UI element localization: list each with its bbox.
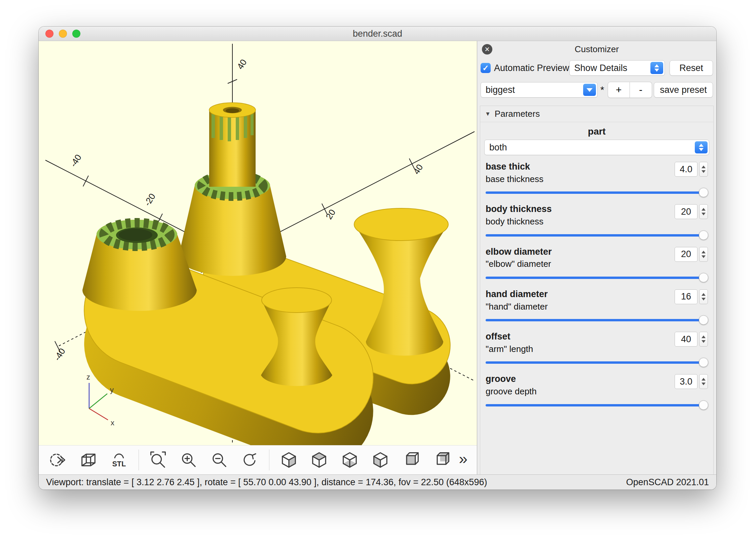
axis-indicator [89, 383, 108, 420]
param-desc: "arm" length [486, 344, 675, 355]
view-front-icon [400, 450, 422, 470]
view-back-button[interactable] [428, 448, 455, 472]
minimize-window-button[interactable] [59, 30, 67, 38]
close-window-button[interactable] [45, 30, 53, 38]
param-slider[interactable] [486, 315, 708, 325]
param-desc: groove depth [486, 386, 675, 397]
parameters-section-header[interactable]: ▼ Parameters [480, 106, 713, 122]
part-group-label: part [480, 126, 713, 137]
customizer-panel: × Customizer ✓ Automatic Preview Show De… [477, 41, 716, 474]
slider-handle[interactable] [699, 315, 708, 325]
part-select[interactable]: both [484, 140, 709, 155]
slider-handle[interactable] [699, 358, 708, 367]
reset-view-button[interactable] [236, 448, 263, 472]
param-value-input[interactable]: 40 [675, 332, 697, 347]
param-value-input[interactable]: 20 [675, 247, 697, 262]
traffic-lights [45, 27, 80, 41]
view-front-button[interactable] [398, 448, 424, 472]
slider-track [486, 404, 708, 406]
select-stepper-icon [695, 141, 708, 153]
view-left-button[interactable] [367, 448, 394, 472]
slider-handle[interactable] [699, 230, 708, 240]
view-back-icon [431, 450, 452, 470]
slider-handle[interactable] [699, 273, 708, 282]
perspective-cube-icon [78, 450, 99, 470]
param-groove: groove groove depth 3.0 [486, 373, 708, 410]
param-name: offset [486, 331, 675, 343]
y-axis-tick-label: -40 [68, 152, 83, 169]
param-slider[interactable] [486, 400, 708, 410]
zoom-in-button[interactable] [175, 448, 202, 472]
customizer-close-button[interactable]: × [482, 44, 492, 55]
param-name: groove [486, 373, 675, 385]
zoom-all-button[interactable] [145, 448, 172, 472]
checkmark-icon: ✓ [482, 64, 489, 72]
y-indicator-label: y [110, 386, 114, 394]
3d-viewport[interactable]: 40 20 -40 -20 20 40 -40 [39, 41, 477, 445]
param-value-input[interactable]: 4.0 [675, 162, 697, 177]
slider-handle[interactable] [699, 188, 708, 197]
perspective-button[interactable] [75, 448, 102, 472]
preset-modified-indicator: * [600, 84, 604, 96]
view-bottom-button[interactable] [337, 448, 363, 472]
save-preset-button[interactable]: save preset [654, 82, 713, 98]
param-stepper[interactable] [699, 332, 708, 347]
param-value-input[interactable]: 16 [675, 289, 697, 304]
view-top-button[interactable] [306, 448, 333, 472]
param-stepper[interactable] [699, 374, 708, 389]
customizer-header: × Customizer [477, 41, 716, 57]
preset-add-remove-group: + - [608, 82, 652, 98]
zoom-window-button[interactable] [72, 30, 80, 38]
add-preset-button[interactable]: + [608, 82, 630, 98]
slider-track [486, 277, 708, 279]
param-stepper[interactable] [699, 247, 708, 262]
preset-row: biggest * + - save preset [477, 79, 716, 101]
view-right-button[interactable] [275, 448, 302, 472]
param-elbow-diameter: elbow diameter "elbow" diameter 20 [486, 246, 708, 283]
zoom-out-button[interactable] [206, 448, 232, 472]
param-slider[interactable] [486, 187, 708, 198]
param-hand-diameter: hand diameter "hand" diameter 16 [486, 289, 708, 325]
param-base-thick: base thick base thickness 4.0 [486, 161, 708, 198]
remove-preset-button[interactable]: - [630, 82, 652, 98]
param-stepper[interactable] [699, 289, 708, 304]
slider-track [486, 361, 708, 364]
param-offset: offset "arm" length 40 [486, 331, 708, 367]
preset-select[interactable]: biggest [481, 82, 598, 98]
window-titlebar[interactable]: bender.scad [39, 27, 716, 41]
view-top-icon [308, 450, 330, 470]
reset-button[interactable]: Reset [670, 60, 713, 76]
viewport-toolbar: STL [39, 445, 477, 474]
param-stepper[interactable] [699, 204, 708, 219]
param-value-input[interactable]: 3.0 [675, 374, 697, 389]
throw-together-button[interactable] [45, 448, 71, 472]
param-stepper[interactable] [699, 162, 708, 177]
x-axis-tick-label: 20 [324, 208, 338, 221]
param-slider[interactable] [486, 273, 708, 283]
x-axis-tick-label: -40 [52, 346, 67, 362]
parameters-header-label: Parameters [495, 109, 540, 119]
param-name: elbow diameter [486, 246, 675, 258]
status-bar: Viewport: translate = [ 3.12 2.76 2.45 ]… [39, 474, 716, 490]
zoom-out-icon [209, 450, 230, 470]
close-icon: × [485, 45, 490, 54]
param-slider[interactable] [486, 230, 708, 240]
param-value-input[interactable]: 20 [675, 204, 697, 219]
automatic-preview-checkbox[interactable]: ✓ [481, 63, 491, 73]
throw-together-icon [47, 450, 69, 470]
detail-level-value: Show Details [574, 63, 628, 73]
slider-handle[interactable] [699, 400, 708, 410]
zoom-in-icon [178, 450, 199, 470]
param-slider[interactable] [486, 357, 708, 367]
window-title: bender.scad [353, 29, 402, 39]
z-indicator-label: z [86, 373, 90, 381]
toolbar-overflow-button[interactable]: » [459, 450, 471, 470]
param-name: hand diameter [486, 289, 675, 300]
automatic-preview-label: Automatic Preview [494, 63, 569, 73]
z-axis-tick-label: 40 [235, 58, 249, 71]
3d-scene: 40 20 -40 -20 20 40 -40 [39, 41, 477, 445]
export-stl-button[interactable]: STL [106, 448, 133, 472]
toolbar-separator [139, 450, 139, 470]
param-desc: body thickness [486, 216, 675, 227]
detail-level-select[interactable]: Show Details [569, 60, 665, 76]
